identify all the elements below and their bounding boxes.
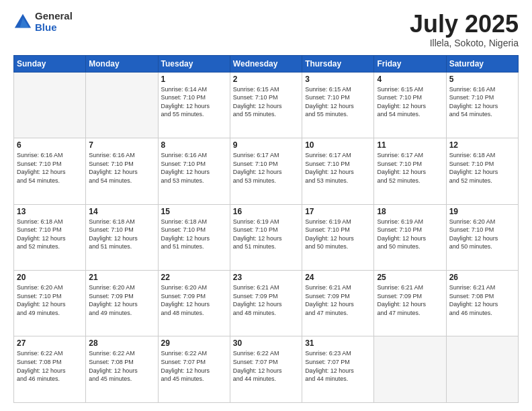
- day-info: Sunrise: 6:17 AM Sunset: 7:10 PM Dayligh…: [377, 151, 443, 185]
- calendar-cell: 4Sunrise: 6:15 AM Sunset: 7:10 PM Daylig…: [374, 72, 446, 138]
- col-thursday: Thursday: [302, 55, 374, 72]
- day-number: 28: [89, 338, 154, 348]
- calendar-cell: 23Sunrise: 6:21 AM Sunset: 7:09 PM Dayli…: [230, 271, 302, 336]
- day-number: 7: [89, 140, 154, 150]
- day-number: 13: [17, 207, 83, 216]
- calendar-cell: 29Sunrise: 6:22 AM Sunset: 7:07 PM Dayli…: [158, 336, 230, 403]
- day-number: 24: [305, 273, 371, 282]
- day-number: 15: [161, 207, 227, 216]
- calendar-cell: 17Sunrise: 6:19 AM Sunset: 7:10 PM Dayli…: [302, 204, 374, 270]
- day-number: 16: [233, 207, 299, 216]
- day-number: 20: [17, 273, 83, 282]
- day-info: Sunrise: 6:21 AM Sunset: 7:09 PM Dayligh…: [233, 283, 299, 317]
- col-friday: Friday: [374, 55, 446, 72]
- day-number: 27: [17, 338, 83, 348]
- calendar-cell: 20Sunrise: 6:20 AM Sunset: 7:10 PM Dayli…: [14, 271, 86, 336]
- day-info: Sunrise: 6:16 AM Sunset: 7:10 PM Dayligh…: [449, 85, 515, 119]
- calendar-cell: 6Sunrise: 6:16 AM Sunset: 7:10 PM Daylig…: [14, 138, 86, 204]
- day-number: 2: [233, 75, 299, 84]
- calendar-cell: 28Sunrise: 6:22 AM Sunset: 7:08 PM Dayli…: [86, 336, 158, 403]
- calendar-cell: 1Sunrise: 6:14 AM Sunset: 7:10 PM Daylig…: [158, 72, 230, 138]
- day-info: Sunrise: 6:21 AM Sunset: 7:09 PM Dayligh…: [305, 283, 371, 317]
- day-info: Sunrise: 6:20 AM Sunset: 7:10 PM Dayligh…: [449, 218, 515, 251]
- day-info: Sunrise: 6:16 AM Sunset: 7:10 PM Dayligh…: [89, 151, 154, 185]
- calendar-cell: [374, 336, 446, 403]
- day-info: Sunrise: 6:15 AM Sunset: 7:10 PM Dayligh…: [233, 85, 299, 119]
- week-row-4: 20Sunrise: 6:20 AM Sunset: 7:10 PM Dayli…: [14, 271, 519, 336]
- day-number: 21: [89, 273, 154, 282]
- day-info: Sunrise: 6:20 AM Sunset: 7:09 PM Dayligh…: [89, 283, 154, 317]
- day-number: 19: [449, 207, 515, 216]
- day-info: Sunrise: 6:18 AM Sunset: 7:10 PM Dayligh…: [161, 218, 227, 251]
- day-info: Sunrise: 6:19 AM Sunset: 7:10 PM Dayligh…: [233, 218, 299, 251]
- calendar-cell: 19Sunrise: 6:20 AM Sunset: 7:10 PM Dayli…: [446, 204, 518, 270]
- col-tuesday: Tuesday: [158, 55, 230, 72]
- day-number: 31: [305, 338, 371, 348]
- logo-text: General Blue: [35, 11, 73, 33]
- day-info: Sunrise: 6:18 AM Sunset: 7:10 PM Dayligh…: [17, 218, 83, 251]
- day-number: 14: [89, 207, 154, 216]
- day-info: Sunrise: 6:14 AM Sunset: 7:10 PM Dayligh…: [161, 85, 227, 119]
- day-info: Sunrise: 6:22 AM Sunset: 7:08 PM Dayligh…: [89, 349, 154, 383]
- day-number: 18: [377, 207, 443, 216]
- calendar-cell: 25Sunrise: 6:21 AM Sunset: 7:09 PM Dayli…: [374, 271, 446, 336]
- calendar-cell: [446, 336, 518, 403]
- day-number: 11: [377, 140, 443, 150]
- day-number: 4: [377, 75, 443, 84]
- col-saturday: Saturday: [446, 55, 518, 72]
- calendar-cell: 14Sunrise: 6:18 AM Sunset: 7:10 PM Dayli…: [86, 204, 158, 270]
- calendar-cell: 18Sunrise: 6:19 AM Sunset: 7:10 PM Dayli…: [374, 204, 446, 270]
- day-info: Sunrise: 6:18 AM Sunset: 7:10 PM Dayligh…: [89, 218, 154, 251]
- week-row-2: 6Sunrise: 6:16 AM Sunset: 7:10 PM Daylig…: [14, 138, 519, 204]
- calendar-cell: 31Sunrise: 6:23 AM Sunset: 7:07 PM Dayli…: [302, 336, 374, 403]
- day-info: Sunrise: 6:18 AM Sunset: 7:10 PM Dayligh…: [449, 151, 515, 185]
- calendar-cell: 16Sunrise: 6:19 AM Sunset: 7:10 PM Dayli…: [230, 204, 302, 270]
- calendar-cell: 10Sunrise: 6:17 AM Sunset: 7:10 PM Dayli…: [302, 138, 374, 204]
- calendar-cell: 15Sunrise: 6:18 AM Sunset: 7:10 PM Dayli…: [158, 204, 230, 270]
- calendar-cell: 24Sunrise: 6:21 AM Sunset: 7:09 PM Dayli…: [302, 271, 374, 336]
- day-number: 9: [233, 140, 299, 150]
- week-row-1: 1Sunrise: 6:14 AM Sunset: 7:10 PM Daylig…: [14, 72, 519, 138]
- day-info: Sunrise: 6:15 AM Sunset: 7:10 PM Dayligh…: [305, 85, 371, 119]
- logo-icon: [13, 13, 32, 32]
- day-number: 17: [305, 207, 371, 216]
- day-info: Sunrise: 6:22 AM Sunset: 7:07 PM Dayligh…: [161, 349, 227, 383]
- day-number: 6: [17, 140, 83, 150]
- day-info: Sunrise: 6:19 AM Sunset: 7:10 PM Dayligh…: [305, 218, 371, 251]
- day-info: Sunrise: 6:17 AM Sunset: 7:10 PM Dayligh…: [233, 151, 299, 185]
- day-number: 12: [449, 140, 515, 150]
- day-number: 5: [449, 75, 515, 84]
- week-row-5: 27Sunrise: 6:22 AM Sunset: 7:08 PM Dayli…: [14, 336, 519, 403]
- day-info: Sunrise: 6:22 AM Sunset: 7:07 PM Dayligh…: [233, 349, 299, 383]
- logo-general-text: General: [35, 11, 73, 22]
- day-number: 10: [305, 140, 371, 150]
- calendar-cell: 7Sunrise: 6:16 AM Sunset: 7:10 PM Daylig…: [86, 138, 158, 204]
- col-monday: Monday: [86, 55, 158, 72]
- calendar-cell: 26Sunrise: 6:21 AM Sunset: 7:08 PM Dayli…: [446, 271, 518, 336]
- day-number: 30: [233, 338, 299, 348]
- day-info: Sunrise: 6:16 AM Sunset: 7:10 PM Dayligh…: [17, 151, 83, 185]
- calendar-cell: 5Sunrise: 6:16 AM Sunset: 7:10 PM Daylig…: [446, 72, 518, 138]
- calendar-cell: 11Sunrise: 6:17 AM Sunset: 7:10 PM Dayli…: [374, 138, 446, 204]
- week-row-3: 13Sunrise: 6:18 AM Sunset: 7:10 PM Dayli…: [14, 204, 519, 270]
- calendar-cell: 27Sunrise: 6:22 AM Sunset: 7:08 PM Dayli…: [14, 336, 86, 403]
- day-info: Sunrise: 6:22 AM Sunset: 7:08 PM Dayligh…: [17, 349, 83, 383]
- title-block: July 2025 Illela, Sokoto, Nigeria: [410, 11, 519, 48]
- month-title: July 2025: [410, 11, 519, 38]
- calendar-cell: 21Sunrise: 6:20 AM Sunset: 7:09 PM Dayli…: [86, 271, 158, 336]
- col-sunday: Sunday: [14, 55, 86, 72]
- calendar-table: Sunday Monday Tuesday Wednesday Thursday…: [13, 55, 519, 403]
- day-number: 25: [377, 273, 443, 282]
- day-number: 3: [305, 75, 371, 84]
- calendar-cell: 2Sunrise: 6:15 AM Sunset: 7:10 PM Daylig…: [230, 72, 302, 138]
- day-info: Sunrise: 6:15 AM Sunset: 7:10 PM Dayligh…: [377, 85, 443, 119]
- day-number: 1: [161, 75, 227, 84]
- calendar-cell: 22Sunrise: 6:20 AM Sunset: 7:09 PM Dayli…: [158, 271, 230, 336]
- col-wednesday: Wednesday: [230, 55, 302, 72]
- day-number: 29: [161, 338, 227, 348]
- day-number: 22: [161, 273, 227, 282]
- day-number: 26: [449, 273, 515, 282]
- day-info: Sunrise: 6:21 AM Sunset: 7:09 PM Dayligh…: [377, 283, 443, 317]
- day-info: Sunrise: 6:21 AM Sunset: 7:08 PM Dayligh…: [449, 283, 515, 317]
- day-number: 23: [233, 273, 299, 282]
